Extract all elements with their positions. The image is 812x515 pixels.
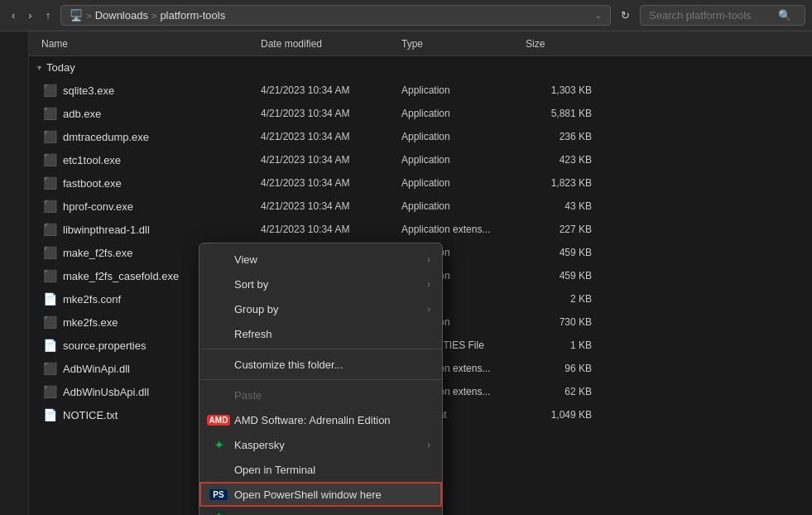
file-name: fastboot.exe bbox=[63, 177, 257, 190]
ctx-item-label: Refresh bbox=[234, 328, 430, 340]
prop-icon: 📄 bbox=[43, 339, 57, 352]
file-name: etc1tool.exe bbox=[63, 154, 257, 166]
col-header-size[interactable]: Size bbox=[526, 38, 592, 50]
file-icon: ⬛ bbox=[41, 314, 58, 330]
file-icon: ⬛ bbox=[41, 383, 58, 400]
conf-icon: 📄 bbox=[43, 292, 57, 306]
ctx-item-label: Customize this folder... bbox=[234, 359, 430, 371]
up-button[interactable]: ↑ bbox=[41, 6, 56, 25]
breadcrumb[interactable]: 🖥️ > Downloads > platform-tools ⌄ bbox=[60, 5, 611, 26]
ctx-item-label: Group by bbox=[234, 303, 419, 315]
context-menu-item-customize[interactable]: Customize this folder... bbox=[199, 352, 442, 377]
table-row[interactable]: ⬛ adb.exe 4/21/2023 10:34 AM Application… bbox=[29, 102, 812, 125]
dll-icon: ⬛ bbox=[43, 362, 57, 375]
table-row[interactable]: ⬛ dmtracedump.exe 4/21/2023 10:34 AM App… bbox=[29, 125, 812, 148]
explorer-body: Name Date modified Type Size ▾Today ⬛ sq… bbox=[0, 31, 812, 515]
group-header[interactable]: ▾Today bbox=[29, 56, 812, 79]
file-icon: ⬛ bbox=[41, 105, 58, 122]
context-menu-item-kaspersky[interactable]: ✦Kaspersky› bbox=[199, 432, 442, 457]
file-size: 1,303 KB bbox=[526, 84, 592, 96]
table-row[interactable]: ⬛ fastboot.exe 4/21/2023 10:34 AM Applic… bbox=[29, 171, 812, 195]
file-icon: ⬛ bbox=[41, 198, 58, 214]
ctx-submenu-arrow: › bbox=[427, 304, 430, 314]
file-size: 227 KB bbox=[526, 224, 592, 235]
back-button[interactable]: ‹ bbox=[7, 6, 20, 25]
context-menu-separator bbox=[199, 349, 442, 349]
file-icon: 📄 bbox=[41, 407, 58, 423]
ctx-submenu-arrow: › bbox=[427, 254, 430, 264]
breadcrumb-icon: 🖥️ bbox=[70, 9, 83, 22]
context-menu: View›Sort by›Group by›RefreshCustomize t… bbox=[199, 243, 443, 515]
file-date: 4/21/2023 10:34 AM bbox=[261, 200, 401, 212]
forward-button[interactable]: › bbox=[23, 6, 36, 25]
context-menu-item-amd[interactable]: AMDAMD Software: Adrenalin Edition bbox=[199, 407, 442, 432]
ctx-submenu-arrow: › bbox=[427, 279, 430, 289]
ctx-item-icon bbox=[211, 301, 226, 316]
file-type: Application bbox=[401, 177, 526, 189]
search-box[interactable]: 🔍 bbox=[640, 5, 805, 26]
ctx-item-icon: PS bbox=[211, 487, 226, 502]
file-date: 4/21/2023 10:34 AM bbox=[261, 108, 401, 119]
file-size: 423 KB bbox=[526, 154, 592, 166]
file-size: 1 KB bbox=[526, 339, 592, 351]
context-menu-item-sort-by[interactable]: Sort by› bbox=[199, 272, 442, 296]
ctx-item-icon bbox=[211, 252, 226, 267]
breadcrumb-platform-tools[interactable]: platform-tools bbox=[160, 9, 225, 22]
file-name: dmtracedump.exe bbox=[63, 131, 257, 143]
txt-icon: 📄 bbox=[43, 408, 57, 421]
ctx-item-label: AMD Software: Adrenalin Edition bbox=[234, 414, 430, 426]
exe-icon: ⬛ bbox=[43, 107, 57, 120]
file-size: 730 KB bbox=[526, 316, 592, 328]
file-type: Application bbox=[401, 84, 526, 96]
context-menu-item-open-powershell[interactable]: PSOpen PowerShell window here bbox=[199, 482, 442, 507]
address-bar: ‹ › ↑ 🖥️ > Downloads > platform-tools ⌄ … bbox=[0, 0, 812, 31]
file-type: Application bbox=[401, 131, 526, 142]
context-menu-item-group-by[interactable]: Group by› bbox=[199, 296, 442, 321]
search-input[interactable] bbox=[649, 9, 773, 22]
ctx-item-label: Sort by bbox=[234, 278, 419, 291]
ctx-item-icon bbox=[211, 357, 226, 372]
file-size: 43 KB bbox=[526, 200, 592, 212]
context-menu-item-treesize[interactable]: 🌲TreeSize Free bbox=[199, 507, 442, 515]
breadcrumb-downloads[interactable]: Downloads bbox=[95, 9, 148, 22]
ctx-item-label: Open in Terminal bbox=[234, 464, 430, 476]
ctx-item-icon bbox=[211, 387, 226, 402]
table-row[interactable]: ⬛ hprof-conv.exe 4/21/2023 10:34 AM Appl… bbox=[29, 195, 812, 218]
refresh-button[interactable]: ↻ bbox=[616, 6, 635, 25]
context-menu-separator bbox=[199, 379, 442, 380]
file-size: 459 KB bbox=[526, 270, 592, 282]
exe-icon: ⬛ bbox=[43, 246, 57, 259]
file-icon: ⬛ bbox=[41, 128, 58, 145]
context-menu-item-view[interactable]: View› bbox=[199, 247, 442, 272]
ctx-item-icon bbox=[211, 277, 226, 291]
context-menu-item-open-terminal[interactable]: Open in Terminal bbox=[199, 457, 442, 482]
table-row[interactable]: ⬛ etc1tool.exe 4/21/2023 10:34 AM Applic… bbox=[29, 148, 812, 171]
file-date: 4/21/2023 10:34 AM bbox=[261, 224, 401, 235]
file-type: Application extens... bbox=[401, 224, 526, 235]
col-header-type[interactable]: Type bbox=[401, 38, 526, 50]
group-chevron: ▾ bbox=[37, 63, 41, 72]
file-icon: 📄 bbox=[41, 337, 58, 354]
ctx-item-icon bbox=[211, 462, 226, 477]
col-header-date[interactable]: Date modified bbox=[261, 38, 401, 50]
ctx-item-label: Kaspersky bbox=[234, 439, 419, 451]
file-icon: ⬛ bbox=[41, 221, 58, 238]
file-size: 1,049 KB bbox=[526, 409, 592, 421]
context-menu-item-refresh[interactable]: Refresh bbox=[199, 321, 442, 346]
file-icon: ⬛ bbox=[41, 360, 58, 377]
breadcrumb-dropdown[interactable]: ⌄ bbox=[594, 10, 602, 21]
file-type: Application bbox=[401, 154, 526, 166]
context-menu-item-paste: Paste bbox=[199, 383, 442, 407]
table-row[interactable]: ⬛ libwinpthread-1.dll 4/21/2023 10:34 AM… bbox=[29, 218, 812, 241]
breadcrumb-sep: > bbox=[86, 11, 91, 21]
file-name: adb.exe bbox=[63, 108, 257, 120]
breadcrumb-sep2: > bbox=[151, 11, 156, 21]
col-header-name[interactable]: Name bbox=[37, 38, 261, 50]
file-size: 459 KB bbox=[526, 247, 592, 258]
ctx-item-label: View bbox=[234, 253, 419, 266]
table-row[interactable]: ⬛ sqlite3.exe 4/21/2023 10:34 AM Applica… bbox=[29, 79, 812, 102]
file-size: 5,881 KB bbox=[526, 108, 592, 119]
dll-icon: ⬛ bbox=[43, 385, 57, 398]
exe-icon: ⬛ bbox=[43, 176, 57, 190]
file-name: hprof-conv.exe bbox=[63, 200, 257, 213]
